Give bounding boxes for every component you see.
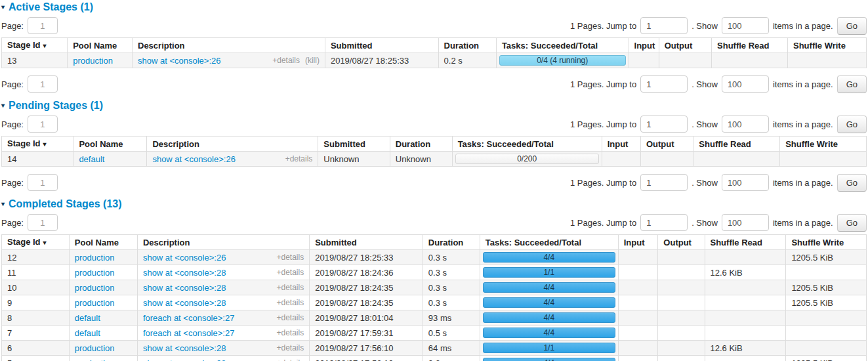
column-header[interactable]: Tasks: Succeeded/Total <box>496 38 629 53</box>
column-header[interactable]: Input <box>602 137 640 152</box>
jump-to-input[interactable] <box>640 116 688 133</box>
section-title: Active Stages (1) <box>9 1 93 12</box>
column-header[interactable]: Pool Name <box>69 235 137 250</box>
column-header[interactable]: Shuffle Read <box>693 137 780 152</box>
details-toggle[interactable]: +details <box>285 154 313 163</box>
column-header-label: Input <box>624 238 645 247</box>
column-header[interactable]: Output <box>658 235 705 250</box>
column-header[interactable]: Duration <box>390 137 452 152</box>
column-header[interactable]: Stage Id▾ <box>2 137 73 152</box>
column-header[interactable]: Submitted <box>325 38 438 53</box>
jump-to-input[interactable] <box>640 17 688 34</box>
details-toggle[interactable]: +details <box>276 268 304 277</box>
column-header[interactable]: Input <box>629 38 659 53</box>
column-header[interactable]: Shuffle Read <box>712 38 788 53</box>
pool-name-link[interactable]: default <box>75 313 100 323</box>
items-per-page-label: items in a page. <box>773 218 833 228</box>
go-button[interactable]: Go <box>837 174 867 192</box>
details-toggle[interactable]: +details <box>276 298 304 307</box>
pool-name-link[interactable]: production <box>75 298 115 308</box>
column-header[interactable]: Pool Name <box>73 137 147 152</box>
column-header[interactable]: Pool Name <box>68 38 133 53</box>
page-label: Page: <box>1 178 24 188</box>
column-header[interactable]: Shuffle Write <box>786 235 867 250</box>
stage-description-link[interactable]: foreach at <console>:27 <box>143 313 235 323</box>
stage-description-link[interactable]: show at <console>:28 <box>143 343 226 353</box>
column-header[interactable]: Duration <box>438 38 496 53</box>
column-header[interactable]: Stage Id▾ <box>2 235 70 250</box>
jump-to-input[interactable] <box>640 214 688 231</box>
shuffle-read-cell <box>705 326 786 341</box>
pool-name-link[interactable]: production <box>75 358 115 361</box>
go-button[interactable]: Go <box>837 17 867 35</box>
pool-name-link[interactable]: production <box>75 253 115 263</box>
stage-section: ▾ Completed Stages (13) Page: 1 Pages. J… <box>1 198 867 361</box>
details-toggle[interactable]: +details <box>272 56 300 65</box>
show-count-input[interactable] <box>722 214 769 231</box>
pool-name-link[interactable]: production <box>73 56 113 66</box>
column-header[interactable]: Submitted <box>318 137 390 152</box>
input-cell <box>618 356 658 361</box>
shuffle-read-cell <box>693 152 780 167</box>
details-toggle[interactable]: +details <box>276 283 304 292</box>
column-header[interactable]: Description <box>137 235 309 250</box>
show-count-input[interactable] <box>722 17 769 34</box>
show-count-input[interactable] <box>722 75 769 93</box>
column-header[interactable]: Output <box>659 38 711 53</box>
stage-description-link[interactable]: show at <console>:28 <box>143 298 226 308</box>
submitted-cell: 2019/08/27 17:56:10 <box>310 356 423 361</box>
section-heading[interactable]: ▾ Completed Stages (13) <box>1 198 867 209</box>
column-header[interactable]: Tasks: Succeeded/Total <box>452 137 602 152</box>
page-number-input[interactable] <box>28 116 58 133</box>
page-number-input[interactable] <box>28 17 58 34</box>
description-cell: +detailsshow at <console>:28 <box>137 356 309 361</box>
pool-name-link[interactable]: production <box>75 268 115 278</box>
details-toggle[interactable]: +details <box>276 253 304 262</box>
shuffle-read-cell <box>705 310 786 326</box>
stage-description-link[interactable]: show at <console>:28 <box>143 283 226 293</box>
column-header[interactable]: Input <box>618 235 658 250</box>
column-header[interactable]: Description <box>133 38 325 53</box>
go-button[interactable]: Go <box>837 116 867 133</box>
page-number-input[interactable] <box>28 174 58 191</box>
page-number-input[interactable] <box>28 75 58 93</box>
column-header[interactable]: Shuffle Write <box>780 137 867 152</box>
stage-description-link[interactable]: foreach at <console>:27 <box>143 328 235 338</box>
stage-description-link[interactable]: show at <console>:26 <box>138 56 220 66</box>
column-header[interactable]: Duration <box>423 235 480 250</box>
show-count-input[interactable] <box>722 116 769 133</box>
pool-name-cell: default <box>69 326 137 341</box>
tasks-progress-cell: 0/200 <box>452 152 602 167</box>
jump-to-input[interactable] <box>640 75 688 93</box>
stage-description-link[interactable]: show at <console>:26 <box>143 253 226 263</box>
tasks-progress-cell: 1/1 <box>480 341 618 356</box>
column-header[interactable]: Output <box>640 137 693 152</box>
stage-description-link[interactable]: show at <console>:26 <box>152 154 235 164</box>
pool-name-link[interactable]: production <box>75 343 115 353</box>
go-button[interactable]: Go <box>837 75 867 93</box>
details-toggle[interactable]: +details <box>276 328 304 337</box>
section-heading[interactable]: ▾ Pending Stages (1) <box>1 100 867 111</box>
details-toggle[interactable]: +details <box>276 313 304 322</box>
page-number-input[interactable] <box>28 214 58 231</box>
kill-link[interactable]: (kill) <box>305 56 320 65</box>
items-per-page-label: items in a page. <box>773 178 833 188</box>
pool-name-link[interactable]: production <box>75 283 115 293</box>
column-header[interactable]: Description <box>147 137 318 152</box>
stage-description-link[interactable]: show at <console>:28 <box>143 358 226 361</box>
column-header[interactable]: Shuffle Read <box>705 235 786 250</box>
pool-name-link[interactable]: default <box>75 328 100 338</box>
details-toggle[interactable]: +details <box>276 343 304 352</box>
column-header[interactable]: Stage Id▾ <box>2 38 68 53</box>
stage-description-link[interactable]: show at <console>:28 <box>143 268 226 278</box>
column-header[interactable]: Submitted <box>310 235 423 250</box>
go-button[interactable]: Go <box>837 214 867 232</box>
tasks-progress-cell: 4/4 <box>480 326 618 341</box>
details-toggle[interactable]: +details <box>276 358 304 361</box>
pool-name-link[interactable]: default <box>79 154 104 164</box>
column-header[interactable]: Tasks: Succeeded/Total <box>480 235 618 250</box>
show-count-input[interactable] <box>722 174 769 191</box>
section-heading[interactable]: ▾ Active Stages (1) <box>1 1 867 12</box>
column-header[interactable]: Shuffle Write <box>788 38 867 53</box>
jump-to-input[interactable] <box>640 174 688 191</box>
